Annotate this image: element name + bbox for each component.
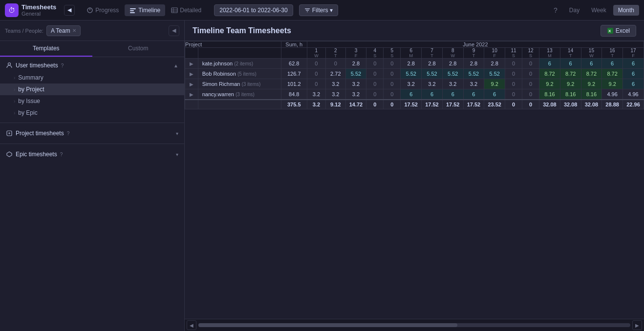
timeline-container[interactable]: Project Sum, h June 2022 1W2T3F4S5S6M7T8… <box>185 41 644 319</box>
sidebar-item-summary[interactable]: › Summary <box>0 72 184 83</box>
scroll-left-button[interactable]: ◀ <box>187 320 196 330</box>
cell-bob-robinson-day-14: 8.72 <box>581 69 602 79</box>
footer-expand-cell <box>185 100 198 109</box>
cell-kate-johnson-day-16: 6 <box>623 59 644 69</box>
cell-kate-johnson-day-9: 2.8 <box>484 59 505 69</box>
sidebar-item-by-project[interactable]: › by Project <box>0 83 184 95</box>
summary-label: Summary <box>18 74 43 81</box>
sidebar-item-by-issue[interactable]: › by Issue <box>0 95 184 107</box>
date-range[interactable]: 2022-06-01 to 2022-06-30 <box>214 4 293 16</box>
filters-button[interactable]: Filters ▾ <box>299 4 339 16</box>
day-col-header-13: 13M <box>539 48 560 59</box>
footer-cell-day-12: 32.08 <box>539 100 560 109</box>
cell-kate-johnson-day-8: 2.8 <box>463 59 484 69</box>
footer-label <box>198 100 281 109</box>
footer-cell-day-13: 32.08 <box>560 100 581 109</box>
cell-nancy-warren-day-3: 0 <box>366 89 384 100</box>
cell-simon-richman-day-2: 3.2 <box>345 79 366 89</box>
cell-bob-robinson-day-6: 5.52 <box>422 69 443 79</box>
team-tag-remove[interactable]: ✕ <box>72 28 76 33</box>
footer-cell-day-9: 23.52 <box>484 100 505 109</box>
cell-nancy-warren-day-13: 8.16 <box>560 89 581 100</box>
cell-bob-robinson-day-13: 8.72 <box>560 69 581 79</box>
by-project-label: by Project <box>18 86 44 93</box>
expand-icon-nancy-warren[interactable]: ▶ <box>185 89 198 100</box>
sidebar-nav-prev[interactable]: ◀ <box>169 25 179 36</box>
detailed-tab[interactable]: Detailed <box>166 4 206 16</box>
cell-simon-richman-day-3: 0 <box>366 79 384 89</box>
person-name-bob-robinson: Bob Robinson (5 items) <box>198 69 281 79</box>
cell-simon-richman-day-9: 9.2 <box>484 79 505 89</box>
cell-kate-johnson-day-3: 0 <box>366 59 384 69</box>
cell-kate-johnson-day-0: 0 <box>307 59 325 69</box>
epic-timesheets-header[interactable]: Epic timesheets ? ▾ <box>0 148 184 161</box>
scroll-bar: ◀ ▶ <box>185 319 644 331</box>
person-name-kate-johnson: kate.johnson (2 items) <box>198 59 281 69</box>
cell-bob-robinson-day-2: 5.52 <box>345 69 366 79</box>
footer-cell-day-8: 17.52 <box>463 100 484 109</box>
cell-bob-robinson-day-9: 5.52 <box>484 69 505 79</box>
day-col-header-15: 15W <box>581 48 602 59</box>
progress-tab[interactable]: Progress <box>82 4 124 16</box>
cell-kate-johnson-day-13: 6 <box>560 59 581 69</box>
header-row-2: 1W2T3F4S5S6M7T8W9T10F11S12S13M14T15W16T1… <box>185 48 644 59</box>
week-button[interactable]: Week <box>586 5 611 16</box>
scroll-track[interactable] <box>198 323 630 327</box>
user-timesheets-header[interactable]: User timesheets ? ▲ <box>0 59 184 72</box>
main-layout: Teams / People: A Team ✕ ◀ Templates Cus… <box>0 21 644 331</box>
footer-cell-day-14: 32.08 <box>581 100 602 109</box>
day-col-header-5: 5S <box>384 48 401 59</box>
month-button[interactable]: Month <box>613 5 639 16</box>
day-col-header-16: 16T <box>602 48 623 59</box>
cell-nancy-warren-day-0: 3.2 <box>307 89 325 100</box>
teams-input[interactable] <box>84 27 166 34</box>
timeline-tab[interactable]: Timeline <box>125 4 165 16</box>
cell-bob-robinson-day-12: 8.72 <box>539 69 560 79</box>
day-button[interactable]: Day <box>564 5 584 16</box>
cell-kate-johnson-day-15: 6 <box>602 59 623 69</box>
expand-col-header <box>185 48 198 59</box>
cell-bob-robinson-day-3: 0 <box>366 69 384 79</box>
month-header: June 2022 <box>307 41 644 48</box>
cell-kate-johnson-day-12: 6 <box>539 59 560 69</box>
content-area: Timeline Team Timesheets X Excel <box>185 21 644 331</box>
cell-kate-johnson-day-4: 0 <box>384 59 401 69</box>
scroll-right-button[interactable]: ▶ <box>632 320 642 330</box>
person-sum-nancy-warren: 84.8 <box>281 89 307 100</box>
day-col-header-7: 7T <box>422 48 443 59</box>
epic-timesheets-label: Epic timesheets <box>16 151 57 158</box>
content-header: Timeline Team Timesheets X Excel <box>185 21 644 41</box>
teams-filter-row: Teams / People: A Team ✕ ◀ <box>0 21 184 41</box>
user-timesheets-help-icon: ? <box>61 63 64 68</box>
expand-icon-kate-johnson[interactable]: ▶ <box>185 59 198 69</box>
timeline-table: Project Sum, h June 2022 1W2T3F4S5S6M7T8… <box>185 41 644 109</box>
excel-button[interactable]: X Excel <box>601 25 636 37</box>
custom-tab[interactable]: Custom <box>92 41 185 57</box>
person-sum-simon-richman: 101.2 <box>281 79 307 89</box>
day-col-header-9: 9T <box>463 48 484 59</box>
sidebar-item-by-epic[interactable]: › by Epic <box>0 107 184 119</box>
cell-bob-robinson-day-4: 0 <box>384 69 401 79</box>
project-timesheets-header[interactable]: Project timesheets ? ▾ <box>0 127 184 140</box>
svg-rect-4 <box>172 8 177 13</box>
cell-simon-richman-day-13: 9.2 <box>560 79 581 89</box>
by-issue-label: by Issue <box>18 98 40 104</box>
footer-cell-day-4: 0 <box>384 100 401 109</box>
cell-nancy-warren-day-14: 8.16 <box>581 89 602 100</box>
help-button[interactable]: ? <box>549 3 562 17</box>
templates-tab[interactable]: Templates <box>0 41 92 57</box>
footer-cell-day-1: 9.12 <box>326 100 346 109</box>
person-name-nancy-warren: nancy.warren (3 items) <box>198 89 281 100</box>
sidebar-collapse-button[interactable]: ◀ <box>64 5 75 16</box>
cell-nancy-warren-day-6: 6 <box>422 89 443 100</box>
cell-bob-robinson-day-11: 0 <box>522 69 539 79</box>
epic-timesheets-help-icon: ? <box>60 152 63 157</box>
expand-icon-bob-robinson[interactable]: ▶ <box>185 69 198 79</box>
cell-simon-richman-day-6: 3.2 <box>422 79 443 89</box>
person-sum-bob-robinson: 126.7 <box>281 69 307 79</box>
project-col-header: Project <box>185 41 281 48</box>
teams-label: Teams / People: <box>5 28 43 34</box>
cell-nancy-warren-day-16: 4.96 <box>623 89 644 100</box>
person-row-bob-robinson: ▶Bob Robinson (5 items)126.702.725.52005… <box>185 69 644 79</box>
expand-icon-simon-richman[interactable]: ▶ <box>185 79 198 89</box>
